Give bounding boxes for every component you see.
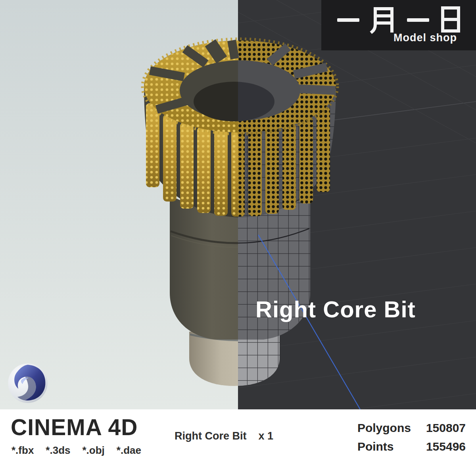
format-dae: *.dae bbox=[117, 444, 141, 457]
item-name: Right Core Bit bbox=[175, 430, 247, 442]
polygons-value: 150807 bbox=[426, 421, 466, 435]
cinema4d-logo-icon bbox=[6, 362, 49, 405]
banner-title: 一 月 一 日 bbox=[321, 0, 322, 0]
format-obj: *.obj bbox=[83, 444, 105, 457]
app-title: CINEMA 4D bbox=[11, 414, 138, 440]
polygons-label: Polygons bbox=[357, 421, 411, 435]
info-footer: CINEMA 4D *.fbx *.3ds *.obj *.dae Right … bbox=[0, 409, 476, 476]
format-3ds: *.3ds bbox=[46, 444, 70, 457]
model-shop-poster: 一 月 一 日 Model shop Right Core Bit bbox=[0, 0, 476, 476]
points-label: Points bbox=[357, 440, 411, 453]
model-name-overlay: Right Core Bit bbox=[255, 296, 416, 322]
format-fbx: *.fbx bbox=[12, 444, 34, 457]
item-summary: Right Core Bit x 1 bbox=[175, 430, 273, 442]
model-preview-scene bbox=[0, 0, 476, 409]
item-count: x 1 bbox=[259, 430, 274, 442]
points-value: 155496 bbox=[426, 440, 466, 453]
mesh-stats: Polygons 150807 Points 155496 bbox=[357, 421, 466, 453]
date-banner: 一 月 一 日 Model shop bbox=[321, 0, 476, 50]
banner-subtitle: Model shop bbox=[393, 32, 457, 44]
banner-title-glyphs bbox=[337, 5, 460, 36]
export-formats: *.fbx *.3ds *.obj *.dae bbox=[12, 444, 141, 457]
